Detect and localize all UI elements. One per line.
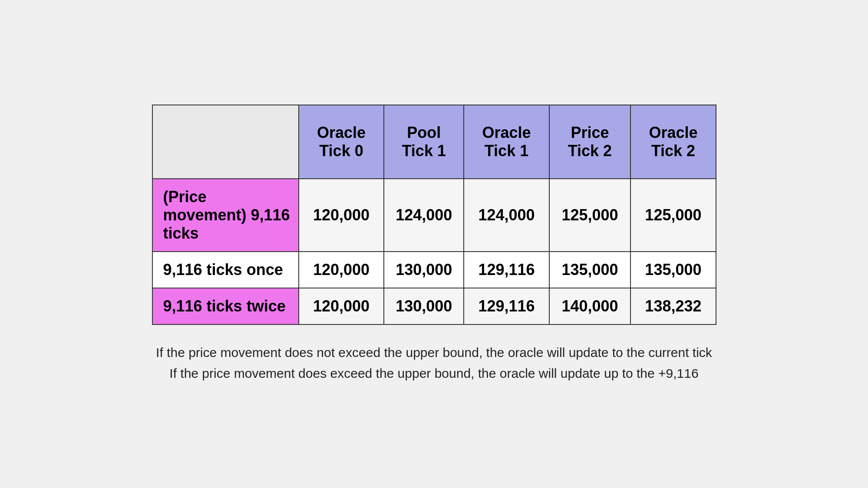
header-price-tick-2: Price Tick 2	[549, 105, 631, 179]
cell-r0-c3: 125,000	[549, 179, 631, 252]
cell-r1-c4: 135,000	[630, 252, 716, 288]
cell-r0-c4: 125,000	[630, 179, 716, 252]
footer-line-2: If the price movement does exceed the up…	[156, 363, 712, 384]
row-label-ticks-twice: 9,116 ticks twice	[152, 288, 299, 324]
table-header-row: Oracle Tick 0 Pool Tick 1 Oracle Tick 1 …	[152, 105, 716, 179]
table-row: (Price movement) 9,116 ticks 120,000 124…	[152, 179, 716, 252]
cell-r1-c0: 120,000	[299, 252, 384, 288]
table-row: 9,116 ticks twice 120,000 130,000 129,11…	[152, 288, 716, 324]
table-row: 9,116 ticks once 120,000 130,000 129,116…	[152, 252, 716, 288]
cell-r2-c3: 140,000	[549, 288, 631, 324]
cell-r1-c3: 135,000	[549, 252, 631, 288]
cell-r1-c2: 129,116	[464, 252, 549, 288]
footer-text: If the price movement does not exceed th…	[156, 342, 712, 384]
header-oracle-tick-1: Oracle Tick 1	[464, 105, 549, 179]
cell-r2-c2: 129,116	[464, 288, 549, 324]
cell-r0-c2: 124,000	[464, 179, 549, 252]
row-label-price-movement: (Price movement) 9,116 ticks	[152, 179, 299, 252]
cell-r2-c0: 120,000	[299, 288, 384, 324]
header-empty-cell	[152, 105, 299, 179]
cell-r0-c1: 124,000	[384, 179, 464, 252]
cell-r2-c1: 130,000	[384, 288, 464, 324]
header-oracle-tick-0: Oracle Tick 0	[299, 105, 384, 179]
main-table-wrapper: Oracle Tick 0 Pool Tick 1 Oracle Tick 1 …	[152, 105, 716, 325]
header-pool-tick-1: Pool Tick 1	[384, 105, 464, 179]
footer-line-1: If the price movement does not exceed th…	[156, 342, 712, 363]
data-table: Oracle Tick 0 Pool Tick 1 Oracle Tick 1 …	[152, 105, 716, 325]
row-label-ticks-once: 9,116 ticks once	[152, 252, 299, 288]
cell-r0-c0: 120,000	[299, 179, 384, 252]
header-oracle-tick-2: Oracle Tick 2	[630, 105, 716, 179]
cell-r2-c4: 138,232	[630, 288, 716, 324]
cell-r1-c1: 130,000	[384, 252, 464, 288]
